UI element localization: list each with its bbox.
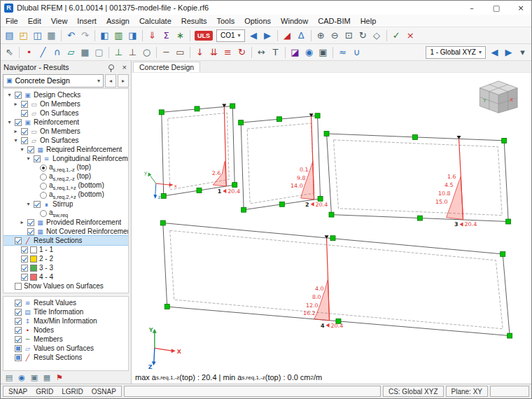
toggle-grid[interactable]: GRID <box>36 388 53 396</box>
text-annotation-icon[interactable]: T <box>269 46 282 59</box>
checkbox[interactable] <box>21 128 28 135</box>
tree-item-stirrup[interactable]: ▾∎Stirrup <box>4 200 128 209</box>
expander-icon[interactable]: ▾ <box>6 92 13 98</box>
menu-edit[interactable]: Edit <box>23 15 46 27</box>
expander-icon[interactable]: ▸ <box>13 101 19 107</box>
previous-result-type-icon[interactable]: ◂ <box>105 74 116 88</box>
radio-button[interactable] <box>40 174 47 181</box>
checkbox[interactable] <box>15 92 22 99</box>
menu-tools[interactable]: Tools <box>211 15 239 27</box>
tree-item-nodes[interactable]: •Nodes <box>4 326 128 335</box>
navigator-toggle-icon[interactable]: ◧ <box>98 29 111 42</box>
snapshot-camera-icon[interactable]: ▣ <box>29 372 40 383</box>
menu-options[interactable]: Options <box>239 15 276 27</box>
tree-item-2-2[interactable]: 2 - 2 <box>4 254 128 263</box>
rib-icon[interactable]: ▭ <box>174 46 187 59</box>
next-result-type-icon[interactable]: ▸ <box>118 74 129 88</box>
tree-item-on-members[interactable]: ▸▭On Members <box>4 127 128 136</box>
line-support-icon[interactable]: ⊥ <box>126 46 139 59</box>
undo-icon[interactable]: ↶ <box>64 29 78 42</box>
checkbox[interactable] <box>21 110 28 117</box>
arc-icon[interactable]: ∩ <box>50 46 64 59</box>
result-values-icon[interactable]: Δ <box>295 29 308 42</box>
tree-item-provided-reinforcement[interactable]: ▸▦Provided Reinforcement <box>4 218 128 227</box>
radio-button[interactable] <box>40 210 47 217</box>
zoom-in-icon[interactable]: ⊕ <box>314 29 328 42</box>
toggle-snap[interactable]: SNAP <box>8 388 27 396</box>
menu-cad-bim[interactable]: CAD-BIM <box>313 15 355 27</box>
menu-calculate[interactable]: Calculate <box>134 15 176 27</box>
checkbox[interactable] <box>15 318 22 325</box>
menu-window[interactable]: Window <box>276 15 313 27</box>
tree-item-a-sw-req[interactable]: asw,req <box>4 209 128 218</box>
redo-icon[interactable]: ↷ <box>78 29 92 42</box>
expander-icon[interactable]: ▾ <box>25 201 31 207</box>
menu-assign[interactable]: Assign <box>102 15 134 27</box>
tables-toggle-icon[interactable]: ▥ <box>112 29 125 42</box>
checkbox[interactable] <box>15 119 22 126</box>
checkbox[interactable] <box>15 237 22 244</box>
tree-item-3-3[interactable]: 3 - 3 <box>4 263 128 272</box>
menu-results[interactable]: Results <box>176 15 212 27</box>
tree-item-max-min-information[interactable]: ↕Max/Min Information <box>4 316 128 326</box>
radio-button[interactable] <box>40 192 47 199</box>
radio-button[interactable] <box>40 164 47 172</box>
show-results-icon[interactable]: ◢ <box>281 29 294 42</box>
results-type-select[interactable]: ▣ Concrete Design ▾ <box>3 74 104 88</box>
checkbox[interactable] <box>34 155 41 162</box>
tree-item-a-s-req-2-z[interactable]: as,req,2,+z (bottom) <box>4 190 128 200</box>
member-icon[interactable]: ─ <box>160 46 173 59</box>
edit-pointer-icon[interactable]: ⇖ <box>3 46 16 59</box>
toggle-osnap[interactable]: OSNAP <box>92 388 116 396</box>
checkbox[interactable] <box>34 201 41 208</box>
section-plane-icon[interactable]: ◪ <box>288 46 302 59</box>
checkbox[interactable] <box>27 146 34 153</box>
radio-button[interactable] <box>40 183 47 190</box>
status-cs-field[interactable]: CS: Global XYZ <box>383 386 444 397</box>
nodal-support-icon[interactable]: ⊥ <box>112 46 125 59</box>
tree-item-a-s-req-1-z[interactable]: as,req,1,+z (bottom) <box>4 181 128 190</box>
expander-icon[interactable]: ▸ <box>13 128 19 134</box>
next-view-icon[interactable]: ▶ <box>502 46 515 59</box>
zoom-out-icon[interactable]: ⊖ <box>328 29 342 42</box>
confirm-icon[interactable]: ✓ <box>390 29 403 42</box>
model-viewport[interactable]: 2.6 1 20.4 0.1 9.8 14.0 2 <box>132 73 531 371</box>
visibility-icon[interactable]: ◉ <box>302 46 316 59</box>
view-select[interactable]: 1 - Global XYZ▾ <box>426 46 486 59</box>
marker-flag-icon[interactable]: ⚑ <box>54 372 65 383</box>
view-menu-icon[interactable]: ▾ <box>516 46 529 59</box>
surface-icon[interactable]: ▱ <box>64 46 78 59</box>
opening-icon[interactable]: ▢ <box>92 46 106 59</box>
tree-item-a-s-req-1-z[interactable]: as,req,1,-z (top) <box>4 163 128 172</box>
tree-item-a-s-req-2-z[interactable]: as,req,2,-z (top) <box>4 172 128 181</box>
area-load-icon[interactable]: ≡ <box>221 46 234 59</box>
checkbox[interactable] <box>15 300 22 307</box>
checkbox[interactable] <box>21 246 28 253</box>
zoom-window-icon[interactable]: ⊡ <box>342 29 356 42</box>
tree-item-longitudinal-reinforcement[interactable]: ▾≡Longitudinal Reinforcement <box>4 154 128 163</box>
isometric-view-icon[interactable]: ◇ <box>370 29 384 42</box>
menu-help[interactable]: Help <box>356 15 382 27</box>
previous-view-icon[interactable]: ◀ <box>488 46 501 59</box>
checkbox[interactable] <box>21 137 28 144</box>
checkbox[interactable] <box>15 354 22 361</box>
tree-item-members[interactable]: ─Members <box>4 335 128 344</box>
expander-icon[interactable]: ▾ <box>13 137 19 144</box>
menu-insert[interactable]: Insert <box>72 15 102 27</box>
navigator-close-icon[interactable]: × <box>121 63 128 71</box>
open-model-icon[interactable]: ◰ <box>17 29 30 42</box>
pin-icon[interactable] <box>108 64 114 70</box>
tree-item-reinforcement[interactable]: ▾▣Reinforcement <box>4 118 128 127</box>
menu-view[interactable]: View <box>46 15 73 27</box>
calculate-all-icon[interactable]: ∗ <box>174 29 187 42</box>
expander-icon[interactable]: ▾ <box>25 155 31 162</box>
load-combinations-icon[interactable]: Σ <box>160 29 173 42</box>
cancel-icon[interactable]: × <box>404 29 417 42</box>
tree-item-4-4[interactable]: 4 - 4 <box>4 272 128 281</box>
tree-item-values-on-surfaces[interactable]: ▱Values on Surfaces <box>4 344 128 353</box>
expander-icon[interactable]: ▾ <box>6 119 13 125</box>
status-plane-field[interactable]: Plane: XY <box>446 386 488 397</box>
tree-item-on-surfaces[interactable]: ▾▱On Surfaces <box>4 136 128 145</box>
print-icon[interactable]: ▦ <box>45 29 58 42</box>
maximize-button[interactable]: ▢ <box>486 1 507 15</box>
